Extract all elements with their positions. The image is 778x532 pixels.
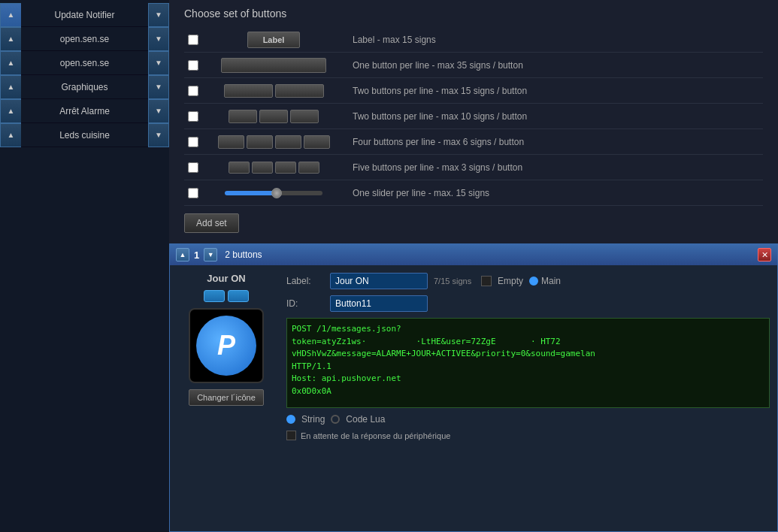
toggle-part-2[interactable] [228,290,249,302]
sidebar-down-btn-2[interactable]: ▼ [148,51,169,75]
row-checkbox-slider[interactable] [184,188,202,198]
label-form-row: Label: 7/15 signs Empty Main [286,273,770,289]
checkbox-two[interactable] [188,86,198,96]
sidebar-item-open-sen-se-2[interactable]: ▲ open.sen.se ▼ [0,51,169,75]
sidebar-down-btn-1[interactable]: ▼ [148,27,169,51]
sidebar-label-1: open.sen.se [21,34,148,44]
string-label: String [301,414,325,425]
preview-five-btn-2 [252,162,273,174]
modal-prev-btn[interactable]: ▲ [176,248,189,261]
row-checkbox-four[interactable] [184,137,202,147]
modal-page-number: 1 [194,249,199,261]
empty-label: Empty [498,276,523,286]
row-checkbox-five[interactable] [184,162,202,173]
row-desc-five: Five buttons per line - max 3 signs / bu… [345,162,763,173]
sidebar-up-btn-5[interactable]: ▲ [0,123,21,147]
change-icon-button[interactable]: Changer l´icône [189,389,264,406]
row-preview-label: Label [202,29,345,51]
sidebar-label-3: Graphiques [21,82,148,92]
main-radio[interactable] [529,277,538,286]
checkbox-two-sm[interactable] [188,111,198,122]
row-four: Four buttons per line - max 6 signs / bu… [184,129,763,155]
row-checkbox-single[interactable] [184,60,202,71]
sidebar-item-arret-alarme[interactable]: ▲ Arrêt Alarme ▼ [0,99,169,123]
sidebar-up-btn-2[interactable]: ▲ [0,51,21,75]
sidebar-up-btn-1[interactable]: ▲ [0,27,21,51]
row-preview-two [202,81,345,101]
preview-single-btn [221,58,326,73]
modal-close-button[interactable]: ✕ [758,248,771,261]
checkbox-five[interactable] [188,162,198,173]
add-set-button[interactable]: Add set [184,213,239,233]
row-desc-four: Four buttons per line - max 6 signs / bu… [345,137,763,147]
bottom-options-row: String Code Lua [286,414,770,425]
row-desc-single: One button per line - max 35 signs / but… [345,60,763,71]
sidebar: ▲ Update Notifier ▼ ▲ open.sen.se ▼ ▲ op… [0,0,169,532]
preview-four-btn-3 [275,135,301,149]
toggle-row [204,290,249,302]
modal-next-btn[interactable]: ▼ [204,248,217,261]
id-field-label: ID: [286,298,324,309]
sidebar-item-open-sen-se-1[interactable]: ▲ open.sen.se ▼ [0,27,169,51]
sidebar-item-graphiques[interactable]: ▲ Graphiques ▼ [0,75,169,99]
checkbox-four[interactable] [188,137,198,147]
row-preview-single [202,55,345,76]
row-checkbox-label[interactable] [184,35,202,45]
sidebar-up-btn-4[interactable]: ▲ [0,99,21,123]
preview-five-btn-4 [298,162,319,174]
empty-checkbox[interactable] [481,276,492,286]
modal-title: 2 buttons [225,249,753,260]
code-textarea[interactable] [286,318,770,408]
checkbox-single[interactable] [188,60,198,71]
row-preview-five [202,159,345,177]
label-counter: 7/15 signs [434,277,475,286]
sidebar-down-btn-0[interactable]: ▼ [148,3,169,27]
preview-four-btn-2 [247,135,273,149]
sidebar-label-2: open.sen.se [21,58,148,68]
sidebar-item-leds-cuisine[interactable]: ▲ Leds cuisine ▼ [0,123,169,147]
preview-label-btn: Label [247,32,301,48]
preview-five-btn-3 [275,162,296,174]
row-desc-label: Label - max 15 signs [345,35,763,45]
preview-four-btn-4 [304,135,330,149]
panel-title: Choose set of buttons [184,8,763,20]
checkbox-label[interactable] [188,35,198,45]
label-field-label: Label: [286,276,324,286]
row-preview-two-sm [202,107,345,126]
checkbox-slider[interactable] [188,188,198,198]
icon-letter: P [217,330,235,361]
waiting-checkbox[interactable] [286,431,296,440]
toggle-part-1[interactable] [204,290,225,302]
preview-three-btn-1 [229,110,257,123]
main-radio-group: Main [529,276,561,286]
string-radio[interactable] [286,415,295,424]
row-desc-two: Two buttons per line - max 15 signs / bu… [345,86,763,96]
sidebar-up-btn-0[interactable]: ▲ [0,3,21,27]
row-checkbox-two-sm[interactable] [184,111,202,122]
row-five: Five buttons per line - max 3 signs / bu… [184,155,763,180]
sidebar-item-update-notifier[interactable]: ▲ Update Notifier ▼ [0,3,169,27]
id-form-row: ID: [286,295,770,312]
row-label: Label Label - max 15 signs [184,27,763,53]
preview-five-btn-1 [229,162,250,174]
sidebar-down-btn-4[interactable]: ▼ [148,99,169,123]
sidebar-up-btn-3[interactable]: ▲ [0,75,21,99]
row-two: Two buttons per line - max 15 signs / bu… [184,78,763,104]
code-lua-radio[interactable] [331,415,340,424]
sidebar-down-btn-5[interactable]: ▼ [148,123,169,147]
row-preview-four [202,132,345,152]
modal-right: Label: 7/15 signs Empty Main ID: [286,273,770,440]
pushover-icon: P [196,316,256,376]
label-input[interactable] [330,273,428,289]
top-panel: Choose set of buttons Label Label - max … [169,0,778,240]
preview-slider-thumb [271,188,282,198]
preview-three-btn-3 [290,110,319,123]
preview-two-btn-2 [275,84,324,98]
preview-four-btn-1 [218,135,244,149]
waiting-row: En attente de la réponse du périphérique [286,431,770,440]
code-lua-label: Code Lua [346,414,385,425]
row-checkbox-two[interactable] [184,86,202,96]
id-input[interactable] [330,295,428,312]
modal-panel: ▲ 1 ▼ 2 buttons ✕ Jour ON P Changer l´ic… [169,243,778,532]
sidebar-down-btn-3[interactable]: ▼ [148,75,169,99]
